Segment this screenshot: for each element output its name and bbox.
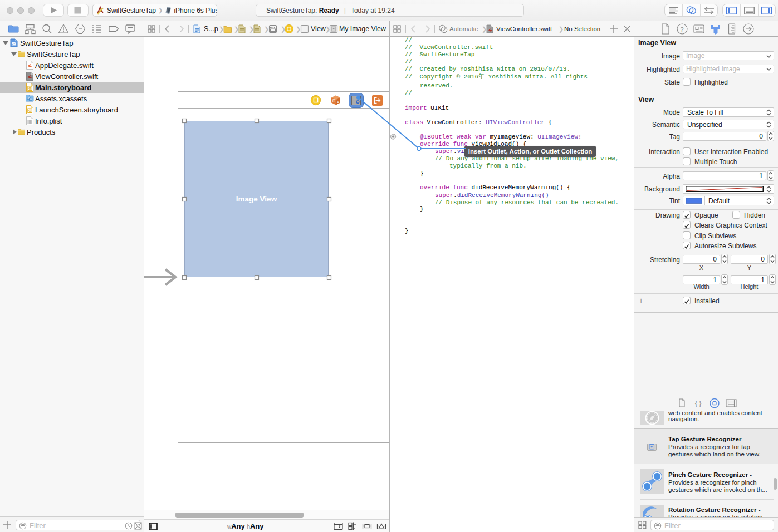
svg-text:❯: ❯ — [559, 26, 564, 33]
svg-text:❯: ❯ — [219, 26, 224, 33]
svg-text:❯: ❯ — [325, 26, 330, 33]
svg-text:ViewController.swift: ViewController.swift — [496, 26, 552, 32]
svg-text:View: View — [311, 25, 326, 33]
svg-text:?: ? — [681, 26, 684, 33]
svg-text:My Image View: My Image View — [339, 25, 386, 33]
svg-text:No Selection: No Selection — [564, 26, 600, 32]
svg-text:❯: ❯ — [296, 26, 301, 33]
svg-text:❯: ❯ — [264, 26, 269, 33]
svg-text:❯: ❯ — [234, 26, 239, 33]
svg-text:❯: ❯ — [482, 26, 487, 33]
svg-text:❯: ❯ — [249, 26, 254, 33]
svg-text:S...p: S...p — [204, 25, 218, 33]
svg-text:Automatic: Automatic — [449, 26, 478, 32]
svg-text:{ }: { } — [695, 400, 701, 407]
